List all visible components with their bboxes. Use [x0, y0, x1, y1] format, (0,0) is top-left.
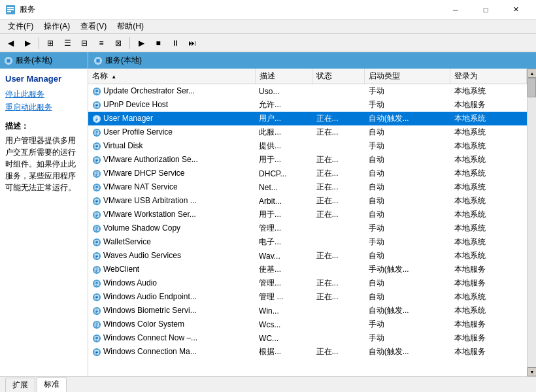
- cell-logon: 本地系统: [450, 208, 527, 221]
- forward-button[interactable]: ▶: [20, 36, 35, 50]
- table-row[interactable]: Waves Audio ServicesWav...正在...自动本地系统: [88, 249, 527, 263]
- col-header-status[interactable]: 状态: [312, 69, 365, 84]
- table-row[interactable]: UPnP Device Host允许...手动本地服务: [88, 98, 527, 112]
- maximize-button[interactable]: □: [471, 0, 501, 20]
- tab-expand[interactable]: 扩展: [5, 378, 35, 392]
- toolbar-btn-4[interactable]: ≡: [93, 36, 109, 50]
- scrollbar-thumb[interactable]: [528, 78, 536, 97]
- cell-logon: 本地系统: [450, 112, 527, 125]
- cell-status: 正在...: [312, 276, 365, 290]
- cell-startup: 自动: [365, 249, 450, 263]
- toolbar-btn-3[interactable]: ⊟: [76, 36, 92, 50]
- cell-startup: 手动: [365, 221, 450, 235]
- toolbar-btn-2[interactable]: ☰: [59, 36, 75, 50]
- close-button[interactable]: ✕: [501, 0, 531, 20]
- table-row[interactable]: WalletService电子...手动本地系统: [88, 235, 527, 249]
- cell-description: Arbit...: [255, 194, 312, 208]
- cell-service-name: Windows Connection Ma...: [88, 345, 255, 359]
- menu-action[interactable]: 操作(A): [39, 20, 75, 33]
- table-row[interactable]: WebClient使基...手动(触发...本地服务: [88, 263, 527, 276]
- table-row[interactable]: Windows Connection Ma...根据...正在...自动(触发.…: [88, 345, 527, 359]
- col-header-logon[interactable]: 登录为: [450, 69, 527, 84]
- cell-logon: 本地服务: [450, 276, 527, 290]
- cell-status: [312, 98, 365, 112]
- table-row[interactable]: Windows Connect Now –...WC...手动本地服务: [88, 331, 527, 345]
- table-row[interactable]: User Manager用户...正在...自动(触发...本地系统: [88, 112, 527, 125]
- menu-file[interactable]: 文件(F): [3, 20, 39, 33]
- cell-description: 电子...: [255, 235, 312, 249]
- table-row[interactable]: VMware DHCP ServiceDHCP...正在...自动本地系统: [88, 167, 527, 180]
- col-header-name[interactable]: 名称 ▲: [88, 69, 255, 84]
- title-bar-left: 服务: [5, 4, 35, 15]
- stop-button[interactable]: ■: [150, 36, 166, 50]
- cell-logon: 本地系统: [450, 221, 527, 235]
- cell-service-name: VMware USB Arbitration ...: [88, 194, 255, 208]
- cell-startup: 手动(触发...: [365, 263, 450, 276]
- cell-startup: 自动: [365, 167, 450, 180]
- cell-service-name: VMware DHCP Service: [88, 167, 255, 180]
- cell-description: 允许...: [255, 98, 312, 112]
- table-row[interactable]: VMware NAT ServiceNet...正在...自动本地系统: [88, 180, 527, 194]
- table-scroll[interactable]: 名称 ▲ 描述 状态 启动类型 登录为 Update Orchestrator …: [88, 69, 527, 376]
- toolbar-separator-2: [129, 37, 130, 49]
- table-row[interactable]: Volume Shadow Copy管理...手动本地系统: [88, 221, 527, 235]
- minimize-button[interactable]: ─: [441, 0, 471, 20]
- menu-help[interactable]: 帮助(H): [112, 20, 149, 33]
- table-row[interactable]: Windows Color SystemWcs...手动本地服务: [88, 318, 527, 331]
- cell-startup: 手动: [365, 331, 450, 345]
- panel-icon: [4, 56, 13, 65]
- table-row[interactable]: Windows Audio Endpoint...管理 ...正在...自动本地…: [88, 290, 527, 304]
- cell-service-name: Volume Shadow Copy: [88, 221, 255, 235]
- table-row[interactable]: VMware Workstation Ser...用于...正在...自动本地系…: [88, 208, 527, 221]
- cell-startup: 手动: [365, 139, 450, 153]
- cell-service-name: User Manager: [88, 112, 255, 125]
- toolbar-btn-5[interactable]: ⊠: [110, 36, 126, 50]
- cell-status: 正在...: [312, 112, 365, 125]
- scroll-down-button[interactable]: ▼: [528, 367, 536, 376]
- table-row[interactable]: VMware USB Arbitration ...Arbit...正在...自…: [88, 194, 527, 208]
- col-header-desc[interactable]: 描述: [255, 69, 312, 84]
- cell-description: 使基...: [255, 263, 312, 276]
- cell-description: Win...: [255, 304, 312, 318]
- cell-service-name: Windows Biometric Servi...: [88, 304, 255, 318]
- resume-button[interactable]: ⏭: [184, 36, 200, 50]
- restart-service-link[interactable]: 重启动此服务: [5, 102, 82, 113]
- cell-status: 正在...: [312, 249, 365, 263]
- cell-startup: 自动: [365, 125, 450, 139]
- table-row[interactable]: Windows Biometric Servi...Win...自动(触发...…: [88, 304, 527, 318]
- cell-logon: 本地系统: [450, 125, 527, 139]
- stop-service-link[interactable]: 停止此服务: [5, 89, 82, 100]
- cell-logon: 本地系统: [450, 84, 527, 99]
- toolbar-btn-1[interactable]: ⊞: [42, 36, 58, 50]
- cell-logon: 本地服务: [450, 345, 527, 359]
- back-button[interactable]: ◀: [3, 36, 18, 50]
- left-panel-content: User Manager 停止此服务 重启动此服务 描述： 用户管理器提供多用户…: [0, 69, 88, 376]
- cell-status: [312, 84, 365, 99]
- cell-service-name: Update Orchestrator Ser...: [88, 84, 255, 99]
- cell-startup: 自动: [365, 276, 450, 290]
- cell-status: [312, 331, 365, 345]
- menu-view[interactable]: 查看(V): [75, 20, 112, 33]
- cell-logon: 本地系统: [450, 249, 527, 263]
- cell-service-name: VMware Authorization Se...: [88, 153, 255, 167]
- play-button[interactable]: ▶: [133, 36, 149, 50]
- col-header-startup[interactable]: 启动类型: [365, 69, 450, 84]
- pause-button[interactable]: ⏸: [167, 36, 183, 50]
- cell-description: 用于...: [255, 153, 312, 167]
- table-row[interactable]: Update Orchestrator Ser...Uso...手动本地系统: [88, 84, 527, 99]
- stop-service-label: 此服务: [21, 90, 44, 99]
- table-row[interactable]: Windows Audio管理...正在...自动本地服务: [88, 276, 527, 290]
- cell-description: DHCP...: [255, 167, 312, 180]
- cell-description: Wav...: [255, 249, 312, 263]
- table-container: 名称 ▲ 描述 状态 启动类型 登录为 Update Orchestrator …: [88, 69, 527, 376]
- table-row[interactable]: VMware Authorization Se...用于...正在...自动本地…: [88, 153, 527, 167]
- tab-standard[interactable]: 标准: [37, 377, 67, 392]
- scroll-up-button[interactable]: ▲: [528, 69, 536, 78]
- svg-rect-3: [7, 11, 11, 12]
- window-title: 服务: [20, 4, 35, 15]
- cell-logon: 本地服务: [450, 331, 527, 345]
- cell-logon: 本地系统: [450, 290, 527, 304]
- table-row[interactable]: User Profile Service此服...正在...自动本地系统: [88, 125, 527, 139]
- table-row[interactable]: Virtual Disk提供...手动本地系统: [88, 139, 527, 153]
- cell-description: 管理 ...: [255, 290, 312, 304]
